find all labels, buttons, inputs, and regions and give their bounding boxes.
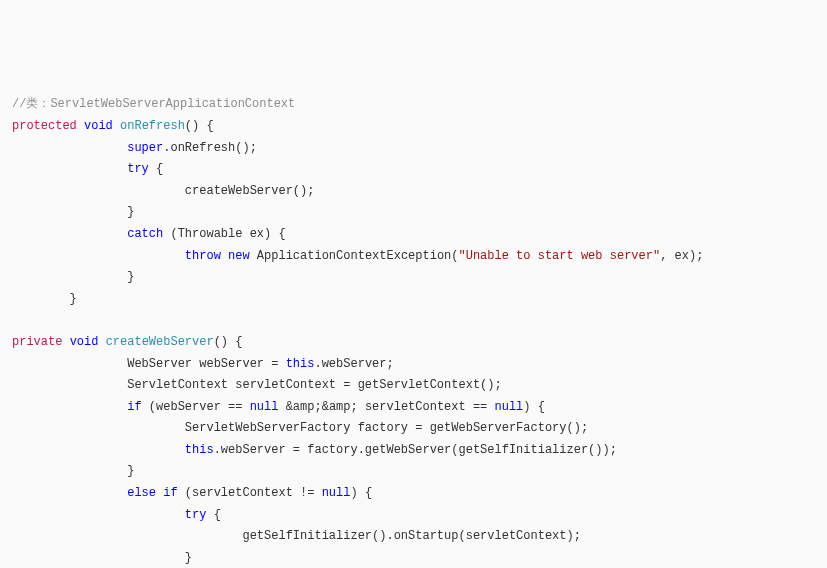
token: .webServer = factory.getWebServer(getSel…: [214, 443, 617, 457]
token: [77, 119, 84, 133]
token-keyword: this: [185, 443, 214, 457]
token-keyword: try: [127, 162, 149, 176]
token: [12, 249, 185, 263]
token: ) {: [523, 400, 545, 414]
token: [12, 508, 185, 522]
code-line: createWebServer();: [12, 184, 314, 198]
token: [12, 486, 127, 500]
token-keyword: protected: [12, 119, 77, 133]
code-line: }: [12, 270, 134, 284]
token-method: createWebServer: [106, 335, 214, 349]
token: {: [149, 162, 163, 176]
token-keyword: new: [228, 249, 250, 263]
token-keyword: null: [495, 400, 524, 414]
code-line: }: [12, 292, 77, 306]
code-line: }: [12, 464, 134, 478]
token: .onRefresh();: [163, 141, 257, 155]
token-keyword: this: [286, 357, 315, 371]
code-line: }: [12, 205, 134, 219]
code-line: ServletWebServerFactory factory = getWeb…: [12, 421, 588, 435]
token: ApplicationContextException(: [250, 249, 459, 263]
code-line: //类：ServletWebServerApplicationContext: [12, 97, 295, 111]
token: [62, 335, 69, 349]
token: [12, 162, 127, 176]
token: ) {: [350, 486, 372, 500]
token: [98, 335, 105, 349]
token: WebServer webServer =: [12, 357, 286, 371]
token-keyword: null: [322, 486, 351, 500]
token: () {: [185, 119, 214, 133]
token: [12, 227, 127, 241]
token: .webServer;: [314, 357, 393, 371]
token-keyword: void: [70, 335, 99, 349]
token-keyword: null: [250, 400, 279, 414]
token: , ex);: [660, 249, 703, 263]
token-string: "Unable to start web server": [459, 249, 661, 263]
token: [12, 443, 185, 457]
token-keyword: super: [127, 141, 163, 155]
token-keyword: throw: [185, 249, 221, 263]
code-block: //类：ServletWebServerApplicationContext p…: [12, 94, 815, 568]
token: [221, 249, 228, 263]
token: () {: [214, 335, 243, 349]
token-keyword: catch: [127, 227, 163, 241]
code-line: }: [12, 551, 192, 565]
token-keyword: void: [84, 119, 113, 133]
token: (servletContext !=: [178, 486, 322, 500]
token-keyword: else: [127, 486, 156, 500]
token: (Throwable ex) {: [163, 227, 285, 241]
token: (webServer ==: [142, 400, 250, 414]
token: &amp;&amp; servletContext ==: [278, 400, 494, 414]
token: [113, 119, 120, 133]
token-keyword: if: [163, 486, 177, 500]
token-keyword: private: [12, 335, 62, 349]
token-keyword: try: [185, 508, 207, 522]
code-line: getSelfInitializer().onStartup(servletCo…: [12, 529, 581, 543]
token-keyword: if: [127, 400, 141, 414]
token-method: onRefresh: [120, 119, 185, 133]
code-line: ServletContext servletContext = getServl…: [12, 378, 502, 392]
token: [12, 400, 127, 414]
token: {: [206, 508, 220, 522]
token: [12, 141, 127, 155]
